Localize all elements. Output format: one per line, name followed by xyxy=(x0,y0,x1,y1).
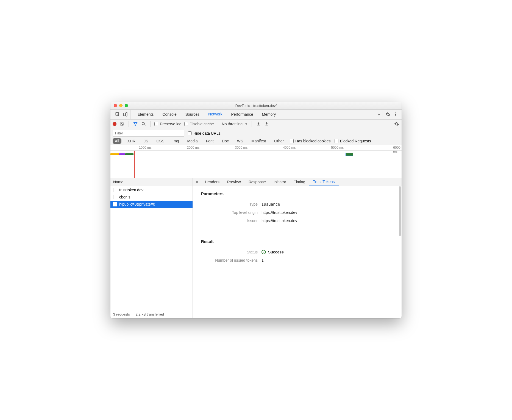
request-row[interactable]: cbor.js xyxy=(110,194,193,201)
type-chip-doc[interactable]: Doc xyxy=(220,138,231,144)
success-icon: ✓ xyxy=(261,250,266,254)
search-icon[interactable] xyxy=(141,121,146,127)
blocked-requests-checkbox[interactable]: Blocked Requests xyxy=(335,139,371,143)
issuer-value: https://trusttoken.dev xyxy=(261,219,297,223)
waterfall-tick: 2000 ms xyxy=(187,146,201,150)
waterfall-tick: 4000 ms xyxy=(283,146,297,150)
disable-cache-checkbox[interactable]: Disable cache xyxy=(184,122,214,126)
close-detail-button[interactable]: ✕ xyxy=(193,179,201,184)
transferred-size: 2.2 kB transferred xyxy=(136,312,164,316)
upload-har-icon[interactable] xyxy=(256,121,261,127)
type-chip-ws[interactable]: WS xyxy=(235,138,246,144)
download-har-icon[interactable] xyxy=(264,121,269,127)
window-title: DevTools - trusttoken.dev/ xyxy=(110,104,402,108)
file-icon xyxy=(113,188,117,192)
clear-icon[interactable] xyxy=(119,121,125,127)
svg-point-5 xyxy=(395,115,396,116)
minimize-window-button[interactable] xyxy=(119,104,123,107)
filter-bar: Hide data URLs AllXHRJSCSSImgMediaFontDo… xyxy=(110,129,402,145)
svg-point-3 xyxy=(395,112,396,113)
traffic-lights xyxy=(114,104,128,107)
waterfall-tick: 5000 ms xyxy=(331,146,345,150)
parameters-section: Parameters Type Issuance Top level origi… xyxy=(193,186,402,234)
detail-pane: ✕ HeadersPreviewResponseInitiatorTimingT… xyxy=(193,178,402,318)
request-row[interactable]: i?public=0&private=0 xyxy=(110,201,193,208)
filter-icon[interactable] xyxy=(133,121,138,127)
type-chip-other[interactable]: Other xyxy=(272,138,286,144)
detail-tab-headers[interactable]: Headers xyxy=(201,178,223,186)
device-toolbar-icon[interactable] xyxy=(123,112,128,117)
settings-icon[interactable] xyxy=(385,112,391,117)
detail-tab-initiator[interactable]: Initiator xyxy=(270,178,290,186)
type-chip-manifest[interactable]: Manifest xyxy=(249,138,268,144)
result-section: Result Status ✓ Success Number of issued… xyxy=(193,234,402,273)
request-name: trusttoken.dev xyxy=(119,188,143,192)
status-label: Status xyxy=(201,250,261,254)
request-list-pane: Name trusttoken.devcbor.jsi?public=0&pri… xyxy=(110,178,193,318)
type-value: Issuance xyxy=(261,202,280,206)
request-row[interactable]: trusttoken.dev xyxy=(110,186,193,194)
origin-value: https://trusttoken.dev xyxy=(261,210,297,215)
svg-rect-2 xyxy=(126,112,127,116)
file-icon xyxy=(113,202,117,206)
tab-memory[interactable]: Memory xyxy=(258,109,280,119)
scrollbar-thumb[interactable] xyxy=(399,186,401,236)
svg-rect-8 xyxy=(257,125,260,126)
network-settings-icon[interactable] xyxy=(394,121,399,127)
titlebar: DevTools - trusttoken.dev/ xyxy=(110,102,402,110)
detail-tab-trust-tokens[interactable]: Trust Tokens xyxy=(309,178,338,186)
type-chip-all[interactable]: All xyxy=(113,138,121,144)
main-tabbar: ElementsConsoleSourcesNetworkPerformance… xyxy=(110,110,402,120)
type-chip-img[interactable]: Img xyxy=(170,138,181,144)
issuer-label: Issuer xyxy=(201,219,261,223)
waterfall-tick: 3000 ms xyxy=(235,146,249,150)
svg-rect-9 xyxy=(265,125,268,126)
status-bar: 3 requests 2.2 kB transferred xyxy=(110,310,193,318)
tokens-value: 1 xyxy=(261,258,264,262)
type-chip-xhr[interactable]: XHR xyxy=(125,138,138,144)
file-icon xyxy=(113,195,117,199)
detail-tab-preview[interactable]: Preview xyxy=(223,178,245,186)
detail-tab-response[interactable]: Response xyxy=(245,178,270,186)
origin-label: Top level origin xyxy=(201,210,261,215)
hide-data-urls-checkbox[interactable]: Hide data URLs xyxy=(188,131,221,136)
has-blocked-cookies-checkbox[interactable]: Has blocked cookies xyxy=(290,139,330,143)
tab-console[interactable]: Console xyxy=(158,109,180,119)
inspect-element-icon[interactable] xyxy=(115,112,120,117)
type-chip-media[interactable]: Media xyxy=(185,138,200,144)
tab-performance[interactable]: Performance xyxy=(227,109,257,119)
tab-elements[interactable]: Elements xyxy=(134,109,157,119)
status-value: Success xyxy=(268,250,284,254)
detail-tab-timing[interactable]: Timing xyxy=(290,178,309,186)
waterfall-tick: 1000 ms xyxy=(139,146,153,150)
zoom-window-button[interactable] xyxy=(125,104,128,107)
type-chip-font[interactable]: Font xyxy=(204,138,216,144)
record-button[interactable] xyxy=(113,122,116,126)
tabs-overflow-button[interactable]: » xyxy=(376,112,382,117)
waterfall-overview[interactable]: 1000 ms2000 ms3000 ms4000 ms5000 ms6000 … xyxy=(110,145,402,178)
devtools-window: DevTools - trusttoken.dev/ ElementsConso… xyxy=(110,102,402,318)
type-chip-css[interactable]: CSS xyxy=(154,138,166,144)
close-window-button[interactable] xyxy=(114,104,117,107)
network-toolbar: Preserve log Disable cache No throttling… xyxy=(110,120,402,129)
request-name: i?public=0&private=0 xyxy=(119,202,155,206)
name-column-header[interactable]: Name xyxy=(110,178,193,186)
tab-network[interactable]: Network xyxy=(204,109,226,119)
filter-input[interactable] xyxy=(113,130,184,137)
type-label: Type xyxy=(201,202,261,206)
request-name: cbor.js xyxy=(119,195,130,199)
svg-point-7 xyxy=(142,122,144,125)
preserve-log-checkbox[interactable]: Preserve log xyxy=(154,122,182,126)
type-chip-js[interactable]: JS xyxy=(141,138,150,144)
svg-rect-1 xyxy=(123,113,126,116)
throttling-select[interactable]: No throttling▼ xyxy=(222,122,248,126)
svg-point-4 xyxy=(395,114,396,115)
tokens-label: Number of issued tokens xyxy=(201,258,261,262)
request-count: 3 requests xyxy=(113,312,130,316)
tab-sources[interactable]: Sources xyxy=(182,109,203,119)
waterfall-tick: 6000 ms xyxy=(393,146,402,153)
kebab-menu-icon[interactable] xyxy=(393,112,398,117)
